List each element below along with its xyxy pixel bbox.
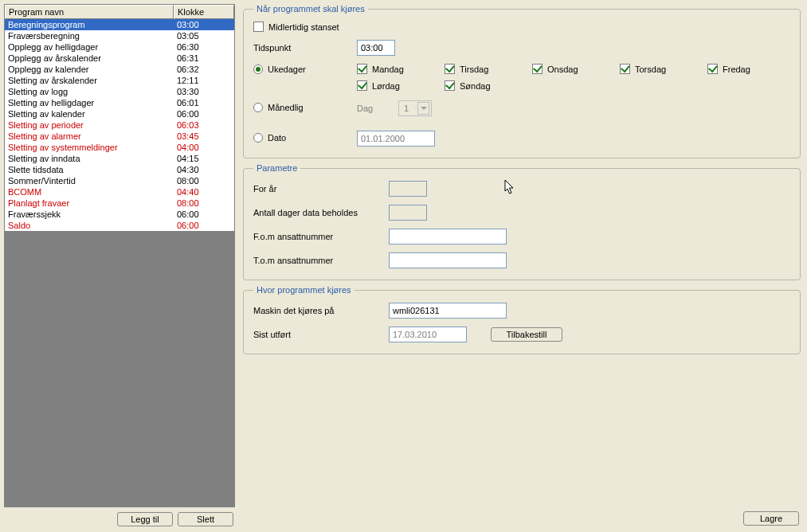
- day-wed-checkbox[interactable]: Onsdag: [532, 64, 588, 74]
- radio-icon: [253, 133, 263, 143]
- table-row[interactable]: Sletting av logg03:30: [5, 86, 234, 97]
- cell-program-name: Opplegg av helligdager: [5, 41, 174, 53]
- checkbox-icon: [620, 64, 630, 74]
- table-row[interactable]: Opplegg av årskalender06:31: [5, 53, 234, 64]
- params-group: Parametre For år Antall dager data behol…: [243, 163, 801, 280]
- checkbox-icon: [532, 64, 543, 74]
- cell-time: 04:00: [174, 142, 234, 153]
- radio-icon: [253, 103, 263, 112]
- paused-label: Midlertidig stanset: [268, 22, 339, 32]
- cell-time: 03:30: [174, 86, 234, 97]
- col-header-time[interactable]: Klokke: [174, 5, 234, 19]
- day-fri-checkbox[interactable]: Fredag: [707, 64, 763, 74]
- col-header-program[interactable]: Program navn: [5, 5, 174, 19]
- cell-program-name: Sletting av årskalender: [5, 75, 174, 86]
- schedule-group: Når programmet skal kjøres Midlertidig s…: [243, 4, 801, 158]
- day-fri-label: Fredag: [723, 65, 750, 74]
- day-mon-checkbox[interactable]: Mandag: [357, 64, 413, 74]
- add-button[interactable]: Legg til: [117, 512, 173, 526]
- cell-program-name: Sletting av perioder: [5, 119, 174, 131]
- monthly-day-value: 1: [404, 104, 409, 113]
- table-row[interactable]: Slette tidsdata04:30: [5, 164, 234, 175]
- table-row[interactable]: Planlagt fravaer08:00: [5, 198, 234, 209]
- checkbox-icon: [445, 80, 455, 91]
- cell-time: 06:01: [174, 97, 234, 108]
- table-row[interactable]: Sletting av helligdager06:01: [5, 97, 234, 108]
- table-row[interactable]: Opplegg av kalender06:32: [5, 64, 234, 75]
- date-radio[interactable]: Dato: [253, 133, 286, 143]
- table-row[interactable]: Fraværsberegning03:05: [5, 30, 234, 41]
- reset-button[interactable]: Tilbakestill: [491, 327, 562, 342]
- cell-time: 06:03: [174, 119, 234, 131]
- table-row[interactable]: Sletting av systemmeldinger04:00: [5, 142, 234, 153]
- table-row[interactable]: Opplegg av helligdager06:30: [5, 41, 234, 53]
- table-row[interactable]: Sommer/Vintertid08:00: [5, 175, 234, 186]
- cell-program-name: Opplegg av årskalender: [5, 53, 174, 64]
- emp-from-input[interactable]: [389, 229, 507, 244]
- machine-label: Maskin det kjøres på: [253, 306, 389, 315]
- cell-time: 06:30: [174, 41, 234, 53]
- table-row[interactable]: Sletting av inndata04:15: [5, 153, 234, 164]
- cell-program-name: BCOMM: [5, 186, 174, 198]
- table-row[interactable]: Saldo06:00: [5, 220, 234, 231]
- checkbox-icon: [253, 22, 264, 32]
- date-input: [357, 131, 435, 147]
- day-sat-checkbox[interactable]: Lørdag: [357, 80, 413, 91]
- cell-program-name: Sletting av alarmer: [5, 131, 174, 142]
- table-empty-area: [5, 231, 234, 507]
- day-tue-label: Tirsdag: [460, 65, 488, 74]
- table-row[interactable]: Sletting av årskalender12:11: [5, 75, 234, 86]
- emp-from-label: F.o.m ansattnummer: [253, 232, 389, 241]
- keep-days-label: Antall dager data beholdes: [253, 208, 389, 217]
- cell-program-name: Slette tidsdata: [5, 164, 174, 175]
- cell-time: 06:00: [174, 108, 234, 119]
- weekdays-radio-label: Ukedager: [268, 65, 306, 74]
- cell-time: 06:31: [174, 53, 234, 64]
- table-row[interactable]: Fraværssjekk06:00: [5, 209, 234, 220]
- day-sun-checkbox[interactable]: Søndag: [445, 80, 500, 91]
- cell-time: 04:40: [174, 186, 234, 198]
- cell-program-name: Fraværssjekk: [5, 209, 174, 220]
- machine-input[interactable]: [389, 303, 507, 319]
- weekdays-radio[interactable]: Ukedager: [253, 65, 306, 74]
- run-group: Hvor programmet kjøres Maskin det kjøres…: [243, 285, 801, 354]
- save-button[interactable]: Lagre: [743, 511, 799, 526]
- day-thu-checkbox[interactable]: Torsdag: [620, 64, 676, 74]
- keep-days-input: [389, 205, 427, 221]
- table-row[interactable]: BCOMM04:40: [5, 186, 234, 198]
- emp-to-input[interactable]: [389, 252, 507, 268]
- monthly-day-label: Dag: [357, 104, 398, 113]
- cell-time: 08:00: [174, 198, 234, 209]
- paused-checkbox[interactable]: Midlertidig stanset: [253, 22, 339, 32]
- cell-program-name: Sletting av kalender: [5, 108, 174, 119]
- cell-program-name: Saldo: [5, 220, 174, 231]
- table-row[interactable]: Sletting av perioder06:03: [5, 119, 234, 131]
- cell-time: 06:32: [174, 64, 234, 75]
- day-tue-checkbox[interactable]: Tirsdag: [445, 64, 500, 74]
- checkbox-icon: [445, 64, 455, 74]
- cell-time: 03:00: [174, 19, 234, 30]
- radio-icon: [253, 65, 263, 74]
- cell-program-name: Beregningsprogram: [5, 19, 174, 30]
- table-row[interactable]: Sletting av alarmer03:45: [5, 131, 234, 142]
- cell-program-name: Fraværsberegning: [5, 30, 174, 41]
- cell-program-name: Sletting av inndata: [5, 153, 174, 164]
- for-year-input: [389, 181, 427, 197]
- table-row[interactable]: Beregningsprogram03:00: [5, 19, 234, 30]
- cell-time: 03:45: [174, 131, 234, 142]
- time-input[interactable]: [357, 40, 395, 56]
- table-row[interactable]: Sletting av kalender06:00: [5, 108, 234, 119]
- delete-button[interactable]: Slett: [178, 512, 233, 526]
- chevron-down-icon: [417, 102, 429, 115]
- last-run-input: [389, 327, 467, 342]
- cell-program-name: Opplegg av kalender: [5, 64, 174, 75]
- cell-program-name: Sletting av helligdager: [5, 97, 174, 108]
- cell-time: 06:00: [174, 220, 234, 231]
- monthly-radio[interactable]: Månedlig: [253, 103, 304, 112]
- cell-program-name: Sommer/Vintertid: [5, 175, 174, 186]
- cell-time: 04:30: [174, 164, 234, 175]
- date-radio-label: Dato: [268, 133, 286, 143]
- checkbox-icon: [707, 64, 718, 74]
- day-sat-label: Lørdag: [372, 81, 400, 91]
- day-wed-label: Onsdag: [547, 65, 578, 74]
